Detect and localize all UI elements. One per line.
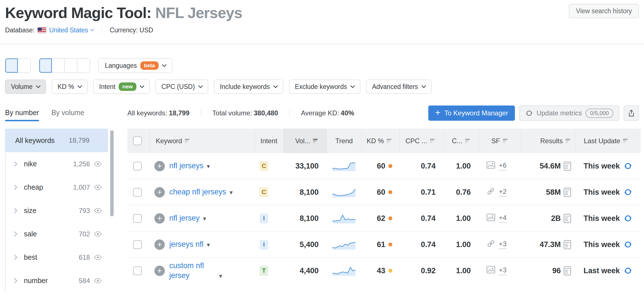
trend-sparkline	[332, 213, 355, 223]
tab-by-number[interactable]: By number	[5, 109, 39, 121]
row-checkbox[interactable]	[133, 188, 142, 197]
filter-chip[interactable]: Intent new	[93, 80, 150, 94]
match-type-tab[interactable]	[65, 59, 77, 73]
to-keyword-manager-button[interactable]: + To Keyword Manager	[428, 106, 515, 121]
filter-chip[interactable]: Advanced filters	[366, 80, 431, 94]
row-checkbox[interactable]	[133, 162, 142, 171]
add-keyword-icon[interactable]: +	[154, 161, 165, 171]
col-keyword[interactable]: Keyword	[150, 129, 255, 153]
serp-source-icon[interactable]	[564, 240, 571, 249]
kd-value: 62	[377, 214, 385, 223]
serp-source-icon[interactable]	[564, 162, 571, 171]
col-competition[interactable]: C...	[443, 129, 479, 153]
sidebar-group-item[interactable]: nike 1,256	[6, 152, 109, 176]
eye-icon[interactable]	[94, 161, 102, 167]
add-keyword-icon[interactable]: +	[154, 239, 165, 250]
beta-badge: beta	[140, 61, 159, 70]
col-volume[interactable]: Vol...	[283, 129, 326, 153]
serp-features-more[interactable]: +2	[499, 188, 506, 197]
results-value: 96	[552, 266, 561, 275]
sidebar-group-item[interactable]: best 618	[6, 246, 109, 269]
table-row: + custom nfl jersey▼ T 4,400 43 0.92 1.0…	[127, 258, 641, 284]
eye-icon[interactable]	[94, 185, 102, 190]
serp-features-more[interactable]: +4	[499, 214, 506, 223]
col-cpc[interactable]: CPC ...	[399, 129, 443, 153]
refresh-icon[interactable]	[624, 214, 632, 223]
chevron-right-icon[interactable]	[12, 161, 17, 166]
row-checkbox[interactable]	[133, 240, 142, 249]
filter-chip-label: CPC (USD)	[161, 83, 195, 91]
database-selector[interactable]: United States	[49, 26, 94, 34]
caret-down-icon[interactable]: ▼	[202, 216, 207, 222]
match-type-tab[interactable]	[77, 59, 90, 73]
serp-features-more[interactable]: +6	[499, 162, 506, 171]
languages-dropdown[interactable]: Languages beta	[99, 59, 172, 73]
eye-icon[interactable]	[94, 208, 102, 213]
col-results[interactable]: Results	[521, 129, 575, 153]
caret-down-icon[interactable]: ▼	[229, 190, 234, 196]
add-keyword-icon[interactable]: +	[154, 213, 165, 224]
eye-icon[interactable]	[94, 231, 102, 237]
keyword-link[interactable]: nfl jerseys▼	[169, 161, 211, 171]
serp-source-icon[interactable]	[564, 214, 571, 223]
filter-chip[interactable]: Volume	[5, 80, 46, 94]
chevron-right-icon[interactable]	[12, 255, 17, 260]
keyword-link[interactable]: cheap nfl jerseys▼	[169, 187, 234, 197]
add-keyword-icon[interactable]: +	[154, 266, 165, 276]
refresh-icon[interactable]	[624, 240, 632, 249]
sidebar-scrollbar[interactable]	[110, 130, 114, 216]
chevron-right-icon[interactable]	[12, 231, 17, 236]
col-kd[interactable]: KD %	[361, 129, 399, 153]
filter-chip[interactable]: Include keywords	[214, 80, 283, 94]
select-all-checkbox[interactable]	[133, 136, 142, 145]
keyword-link[interactable]: custom nfl jersey▼	[169, 261, 223, 281]
serp-features-more[interactable]: +3	[499, 240, 506, 249]
filters-bar: Volume KD % Intent new CPC (USD) Include…	[5, 80, 639, 94]
match-type-tab[interactable]	[52, 59, 65, 73]
col-intent[interactable]: Intent	[255, 129, 283, 153]
sidebar-group-item[interactable]: size 793	[6, 199, 109, 222]
view-search-history-button[interactable]: View search history	[569, 4, 639, 18]
caret-down-icon[interactable]: ▼	[218, 273, 223, 279]
tab-by-volume[interactable]: By volume	[51, 109, 84, 121]
serp-source-icon[interactable]	[564, 188, 571, 197]
caret-down-icon[interactable]: ▼	[206, 163, 211, 169]
update-metrics-button[interactable]: Update metrics 0/5,000	[519, 106, 619, 121]
new-badge: new	[119, 82, 136, 91]
chevron-right-icon[interactable]	[12, 208, 17, 213]
match-type-tab[interactable]	[5, 59, 18, 73]
row-checkbox[interactable]	[133, 266, 142, 275]
export-button[interactable]	[624, 106, 639, 121]
sidebar-group-item[interactable]: number 584	[6, 269, 109, 292]
refresh-icon[interactable]	[624, 188, 632, 196]
chevron-right-icon[interactable]	[12, 185, 17, 190]
serp-source-icon[interactable]	[564, 266, 571, 275]
keyword-link[interactable]: jerseys nfl▼	[169, 239, 211, 249]
filter-chip[interactable]: Exclude keywords	[289, 80, 360, 94]
serp-features-more[interactable]: +3	[499, 266, 506, 275]
match-type-tab[interactable]	[18, 59, 30, 73]
last-update-value: This week	[584, 162, 620, 171]
us-flag-icon	[37, 27, 46, 33]
filter-chip-label: Exclude keywords	[295, 83, 347, 91]
col-last-update[interactable]: Last Update	[575, 129, 641, 153]
eye-icon[interactable]	[94, 255, 102, 260]
languages-tab-group: Languages beta	[98, 58, 172, 73]
sidebar-group-item[interactable]: cheap 1,007	[6, 176, 109, 199]
refresh-icon[interactable]	[624, 266, 632, 275]
col-sf[interactable]: SF	[479, 129, 521, 153]
eye-icon[interactable]	[94, 278, 102, 283]
row-checkbox[interactable]	[133, 214, 142, 223]
filter-chip[interactable]: CPC (USD)	[156, 80, 208, 94]
add-keyword-icon[interactable]: +	[154, 187, 165, 198]
chevron-down-icon	[421, 84, 426, 88]
refresh-icon[interactable]	[624, 162, 632, 170]
match-type-tab[interactable]	[39, 59, 52, 73]
keyword-link[interactable]: nfl jersey▼	[169, 213, 207, 223]
chevron-right-icon[interactable]	[12, 278, 17, 283]
sidebar-group-item[interactable]: sale 702	[6, 222, 109, 246]
caret-down-icon[interactable]: ▼	[206, 242, 211, 248]
filter-chip[interactable]: KD %	[52, 80, 87, 94]
image-icon	[487, 214, 495, 223]
sidebar-all-keywords[interactable]: All keywords 18,799	[5, 129, 108, 152]
